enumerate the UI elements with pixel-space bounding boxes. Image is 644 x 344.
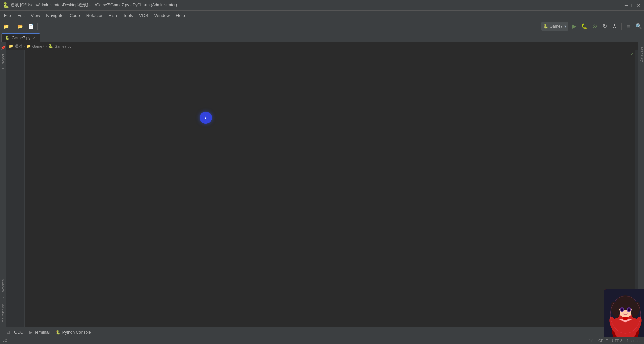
toolbar-file[interactable]: 📄: [26, 22, 35, 31]
run-config-icon: 🐍: [543, 24, 548, 29]
breadcrumb-sep-2: ›: [46, 44, 47, 48]
status-bar-left: ⎇: [3, 338, 8, 343]
title-bar: 🐍 遊戏 [C:\Users\Administrator\Desktop\遊戏]…: [0, 0, 644, 11]
tab-bar: 🐍 Game7.py ✕: [0, 32, 644, 42]
debug-button[interactable]: 🐛: [580, 22, 588, 30]
sidebar-add-icon[interactable]: +: [0, 269, 7, 277]
search-everywhere-button[interactable]: 🔍: [635, 22, 643, 30]
breadcrumb-sep-1: ›: [24, 44, 25, 48]
menu-run[interactable]: Run: [106, 11, 120, 19]
bottom-tab-todo[interactable]: ☑ TODO: [1, 328, 26, 336]
breadcrumb-file-icon: 🐍: [48, 44, 53, 48]
bottom-tool-bar: ☑ TODO ▶ Terminal 🐍 Python Console: [0, 327, 644, 337]
indent[interactable]: 4 spaces: [626, 339, 641, 343]
reload-button[interactable]: ↻: [601, 22, 609, 30]
right-tab-scv[interactable]: SCV: [639, 313, 644, 326]
tab-game7py[interactable]: 🐍 Game7.py ✕: [1, 33, 40, 42]
menu-edit[interactable]: Edit: [14, 11, 27, 19]
line-separator[interactable]: CRLF: [598, 339, 608, 343]
run-with-coverage-button[interactable]: ⊙: [590, 22, 599, 30]
menu-help[interactable]: Help: [173, 11, 188, 19]
python-file-icon: 🐍: [5, 36, 10, 40]
breadcrumb: 📁 遊戏 › 📁 Game7 › 🐍 Game7.py: [6, 42, 638, 50]
sidebar-structure-tab[interactable]: 7: Structure: [0, 301, 6, 326]
editor-content[interactable]: [25, 50, 635, 327]
menu-bar: File Edit View Navigate Code Refactor Ru…: [0, 11, 644, 20]
app-icon: 🐍: [3, 2, 9, 8]
right-sidebar: Database SCV: [638, 42, 644, 327]
profile-button[interactable]: ⏱: [611, 22, 619, 30]
menu-file[interactable]: File: [1, 11, 14, 19]
bottom-tab-python-console[interactable]: 🐍 Python Console: [53, 328, 94, 336]
title-bar-left: 🐍 遊戏 [C:\Users\Administrator\Desktop\遊戏]…: [3, 2, 177, 8]
terminal-label: Terminal: [34, 330, 49, 335]
python-console-icon: 🐍: [56, 330, 61, 335]
run-config-selector[interactable]: 🐍 Game7 ▾: [541, 22, 568, 31]
more-toolbar-button[interactable]: ≡: [624, 22, 633, 30]
toolbar-separator-3: [621, 23, 622, 30]
cursor-circle: I: [200, 112, 212, 124]
menu-vcs[interactable]: VCS: [136, 11, 151, 19]
title-text: 遊戏 [C:\Users\Administrator\Desktop\遊戏] -…: [11, 2, 177, 8]
menu-view[interactable]: View: [28, 11, 43, 19]
title-bar-controls: ─ □ ✕: [624, 3, 641, 8]
bottom-tab-terminal[interactable]: ▶ Terminal: [27, 328, 52, 336]
editor-area[interactable]: 📁 遊戏 › 📁 Game7 › 🐍 Game7.py I ✓: [6, 42, 638, 327]
tab-close-button[interactable]: ✕: [32, 36, 36, 40]
close-button[interactable]: ✕: [636, 3, 641, 8]
inspection-ok-icon[interactable]: ✓: [630, 51, 634, 57]
todo-icon: ☑: [6, 330, 10, 335]
minimize-button[interactable]: ─: [624, 3, 629, 8]
menu-navigate[interactable]: Navigate: [43, 11, 66, 19]
cursor-position[interactable]: 1:1: [589, 339, 594, 343]
tab-label: Game7.py: [12, 36, 30, 40]
run-config-dropdown-icon: ▾: [564, 24, 566, 29]
menu-tools[interactable]: Tools: [120, 11, 136, 19]
python-console-label: Python Console: [62, 330, 91, 335]
cursor-char: I: [205, 115, 206, 121]
main-layout: 📌 1: Project + 2: Favorites 7: Structure…: [0, 42, 644, 327]
breadcrumb-folder-icon: 📁: [9, 44, 13, 48]
maximize-button[interactable]: □: [630, 3, 635, 8]
sidebar-favorites-tab[interactable]: 2: Favorites: [0, 277, 6, 301]
todo-label: TODO: [12, 330, 23, 335]
run-button[interactable]: ▶: [570, 22, 578, 30]
sidebar-project-tab[interactable]: 1: Project: [0, 51, 6, 72]
menu-window[interactable]: Window: [152, 11, 172, 19]
toolbar-separator-2: [37, 23, 38, 30]
run-config-name: Game7: [550, 24, 563, 29]
toolbar: 📁 📂 📄 🐍 Game7 ▾ ▶ 🐛 ⊙ ↻ ⏱ ≡ 🔍: [0, 20, 644, 32]
sidebar-pin-icon[interactable]: 📌: [0, 44, 7, 51]
editor-scrollbar[interactable]: [635, 50, 638, 327]
encoding[interactable]: UTF-8: [612, 339, 622, 343]
editor-gutter: [6, 50, 25, 327]
breadcrumb-game7[interactable]: Game7: [32, 44, 44, 48]
menu-refactor[interactable]: Refactor: [84, 11, 105, 19]
terminal-icon: ▶: [29, 330, 32, 335]
left-vertical-tabs: 📌 1: Project + 2: Favorites 7: Structure: [0, 42, 6, 327]
toolbar-folder-2[interactable]: 📂: [15, 22, 25, 31]
folder-icon[interactable]: 📁: [1, 22, 11, 31]
git-branch-icon: ⎇: [3, 338, 7, 342]
menu-code[interactable]: Code: [67, 11, 83, 19]
right-tab-database[interactable]: Database: [639, 44, 644, 65]
toolbar-separator-1: [13, 23, 13, 30]
status-bar: ⎇ 1:1 CRLF UTF-8 4 spaces: [0, 337, 644, 344]
breadcrumb-root[interactable]: 遊戏: [15, 44, 22, 49]
status-bar-right: 1:1 CRLF UTF-8 4 spaces: [589, 339, 641, 343]
breadcrumb-file[interactable]: Game7.py: [54, 44, 71, 48]
breadcrumb-folder[interactable]: 📁: [26, 44, 31, 48]
